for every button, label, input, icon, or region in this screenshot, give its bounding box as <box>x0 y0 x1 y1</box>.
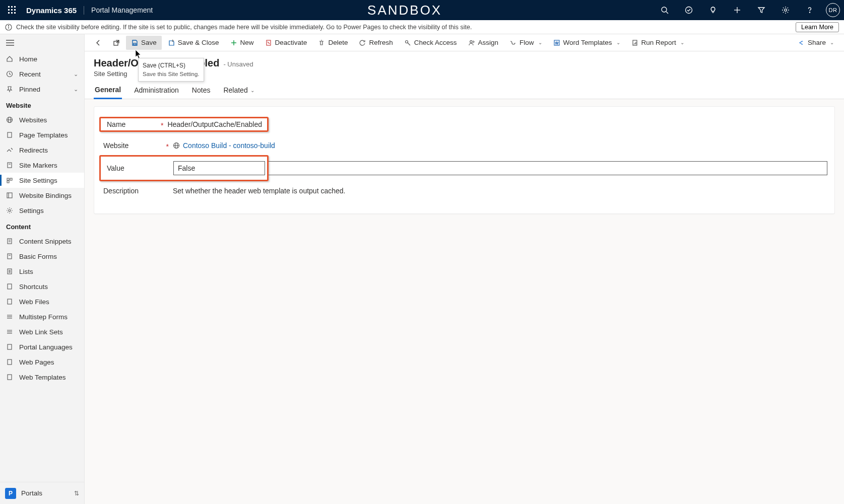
refresh-button[interactable]: Refresh <box>354 36 398 50</box>
multistep-icon <box>6 313 14 320</box>
form-icon <box>6 253 14 260</box>
svg-point-35 <box>9 209 11 211</box>
website-link[interactable]: Contoso Build - contoso-build <box>183 141 275 150</box>
search-icon[interactable] <box>657 2 673 18</box>
sidebar-item-home[interactable]: Home <box>0 51 84 66</box>
shortcut-icon <box>6 283 14 290</box>
help-icon[interactable] <box>802 2 818 18</box>
gear-icon[interactable] <box>777 2 794 18</box>
task-icon[interactable] <box>681 2 697 18</box>
sidebar-item-pinned[interactable]: Pinned⌄ <box>0 82 84 97</box>
sidebar-item-redirects[interactable]: Redirects <box>0 142 84 158</box>
delete-button[interactable]: Delete <box>313 36 353 50</box>
user-avatar[interactable]: DR <box>826 3 840 17</box>
tab-general[interactable]: General <box>94 83 122 99</box>
svg-point-62 <box>405 40 408 43</box>
svg-rect-46 <box>8 299 12 304</box>
template-icon <box>6 374 14 381</box>
sidebar-item-site-settings[interactable]: Site Settings <box>0 173 84 188</box>
save-close-button[interactable]: Save & Close <box>163 36 224 50</box>
sidebar-item-page-templates[interactable]: Page Templates <box>0 127 84 142</box>
open-new-window-button[interactable] <box>108 36 125 50</box>
flow-button[interactable]: Flow⌄ <box>504 36 547 50</box>
area-switcher[interactable]: P Portals ⇅ <box>0 482 84 504</box>
svg-rect-28 <box>8 163 12 168</box>
tab-notes[interactable]: Notes <box>191 83 212 99</box>
tab-administration[interactable]: Administration <box>133 83 180 99</box>
sidebar-item-content-snippets[interactable]: Content Snippets <box>0 234 84 249</box>
value-input[interactable] <box>173 161 265 175</box>
value-label: Value <box>103 164 173 172</box>
add-icon[interactable] <box>729 2 745 18</box>
tooltip-title: Save (CTRL+S) <box>143 61 200 70</box>
assign-button[interactable]: Assign <box>463 36 504 50</box>
svg-point-9 <box>662 7 667 12</box>
idea-icon[interactable] <box>705 2 721 18</box>
share-button[interactable]: Share⌄ <box>793 36 839 50</box>
name-value[interactable]: Header/OutputCache/Enabled <box>164 120 265 128</box>
back-button[interactable] <box>90 36 107 50</box>
deactivate-button[interactable]: Deactivate <box>260 36 312 50</box>
sidebar-toggle-icon[interactable] <box>0 34 84 51</box>
marker-icon <box>6 162 14 169</box>
sidebar-item-basic-forms[interactable]: Basic Forms <box>0 249 84 264</box>
sidebar-item-multistep-forms[interactable]: Multistep Forms <box>0 309 84 324</box>
app-launcher-icon[interactable] <box>4 2 20 18</box>
website-field[interactable]: Contoso Build - contoso-build <box>170 141 829 150</box>
svg-rect-30 <box>7 178 9 180</box>
run-report-button[interactable]: Run Report⌄ <box>626 36 689 50</box>
sidebar-item-website-bindings[interactable]: Website Bindings <box>0 188 84 203</box>
product-brand[interactable]: Dynamics 365 <box>26 6 84 15</box>
updown-icon[interactable]: ⇅ <box>74 490 79 497</box>
sidebar-item-settings[interactable]: Settings <box>0 203 84 218</box>
list-icon <box>6 268 14 275</box>
sidebar-item-portal-languages[interactable]: Portal Languages <box>0 339 84 354</box>
svg-rect-31 <box>10 178 12 180</box>
svg-rect-39 <box>8 254 12 259</box>
sidebar-item-shortcuts[interactable]: Shortcuts <box>0 279 84 294</box>
record-entity-label: Site Setting <box>94 70 835 78</box>
svg-rect-27 <box>8 132 12 137</box>
check-access-button[interactable]: Check Access <box>399 36 462 50</box>
record-unsaved-badge: - Unsaved <box>223 60 253 68</box>
save-button[interactable]: Save <box>126 36 162 50</box>
word-icon <box>553 39 560 46</box>
page-icon <box>6 131 14 138</box>
area-badge-letter: P <box>5 488 16 499</box>
description-value[interactable]: Set whether the header web template is o… <box>170 187 829 195</box>
sidebar-item-web-pages[interactable]: Web Pages <box>0 354 84 370</box>
svg-point-63 <box>470 40 472 43</box>
new-button[interactable]: New <box>225 36 259 50</box>
sidebar-item-recent[interactable]: Recent⌄ <box>0 66 84 82</box>
sidebar-item-web-templates[interactable]: Web Templates <box>0 370 84 385</box>
svg-rect-8 <box>14 12 16 14</box>
sidebar-item-site-markers[interactable]: Site Markers <box>0 158 84 173</box>
assign-icon <box>468 39 475 46</box>
svg-rect-54 <box>8 359 12 365</box>
form-row-website: Website* Contoso Build - contoso-build <box>99 135 829 156</box>
filter-icon[interactable] <box>753 2 769 18</box>
tab-related[interactable]: Related⌄ <box>222 83 255 99</box>
value-input-ext[interactable] <box>269 161 827 175</box>
svg-rect-57 <box>134 43 136 45</box>
sidebar-item-lists[interactable]: Lists <box>0 264 84 279</box>
chevron-down-icon: ⌄ <box>830 40 834 45</box>
main-area: Save Save & Close New Deactivate Delete … <box>85 34 844 504</box>
report-icon <box>631 39 638 46</box>
word-templates-button[interactable]: Word Templates⌄ <box>548 36 625 50</box>
snippet-icon <box>6 238 14 245</box>
description-label: Description <box>99 187 170 195</box>
sidebar-item-web-files[interactable]: Web Files <box>0 294 84 309</box>
svg-rect-45 <box>8 284 12 289</box>
sidebar-item-websites[interactable]: Websites <box>0 112 84 127</box>
highlight-name: Name* Header/OutputCache/Enabled <box>99 117 269 132</box>
area-badge-label: Portals <box>21 489 42 497</box>
form-area: Name* Header/OutputCache/Enabled Website… <box>85 99 844 221</box>
svg-rect-1 <box>11 6 13 8</box>
form-row-value: Value <box>99 156 829 180</box>
learn-more-button[interactable]: Learn More <box>796 22 839 32</box>
clock-icon <box>6 70 14 78</box>
chevron-down-icon: ⌄ <box>250 88 254 93</box>
sidebar-item-web-link-sets[interactable]: Web Link Sets <box>0 324 84 339</box>
svg-rect-0 <box>8 6 10 8</box>
